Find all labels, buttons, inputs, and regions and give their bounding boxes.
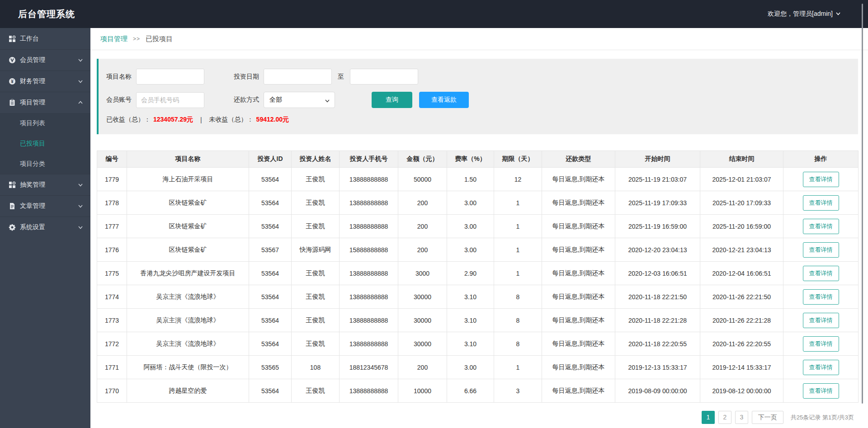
projects-submenu: 项目列表 已投项目 项目分类: [0, 113, 90, 174]
sidebar-item-projects[interactable]: 项目管理: [0, 92, 90, 113]
sidebar-item-lottery[interactable]: 抽奖管理: [0, 174, 90, 195]
table-cell: 阿丽塔：战斗天使（限投一次）: [127, 356, 249, 379]
table-cell: 30000: [398, 332, 447, 356]
repayment-method-select[interactable]: 全部: [264, 92, 335, 108]
breadcrumb-parent-link[interactable]: 项目管理: [100, 35, 127, 43]
sidebar-item-workbench[interactable]: 工作台: [0, 28, 90, 49]
earned-total-value: 1234057.29元: [153, 116, 193, 124]
view-detail-button[interactable]: 查看详情: [803, 336, 839, 352]
table-cell: 200: [398, 238, 447, 262]
table-cell: 1: [494, 215, 542, 238]
search-button[interactable]: 查询: [372, 92, 412, 108]
sidebar-item-label: 会员管理: [20, 56, 78, 64]
table-cell-action: 查看详情: [783, 191, 859, 215]
table-row: 1777区块链紫金矿53564王俊凯138888888882003.001每日返…: [97, 215, 859, 238]
table-cell: 30000: [398, 309, 447, 332]
member-account-input[interactable]: [136, 92, 204, 108]
table-row: 1778区块链紫金矿53564王俊凯138888888882003.001每日返…: [97, 191, 859, 215]
earnings-summary: 已收益（总）： 1234057.29元 | 未收益（总）： 59412.00元: [106, 116, 849, 124]
table-cell: 53564: [249, 332, 292, 356]
table-cell: 2020-11-18 22:20:55: [615, 332, 700, 356]
project-name-input[interactable]: [136, 69, 204, 85]
table-cell-action: 查看详情: [783, 168, 859, 191]
top-header: 后台管理系统 欢迎您，管理员[admin]: [0, 0, 868, 28]
table-cell: 1: [494, 262, 542, 285]
table-cell: 1775: [97, 262, 127, 285]
sidebar-item-members[interactable]: 会员管理: [0, 49, 90, 71]
view-detail-button[interactable]: 查看详情: [803, 266, 839, 281]
column-header: 费率（%）: [447, 151, 494, 168]
table-cell: 2.90: [447, 262, 494, 285]
invest-date-start-input[interactable]: [264, 69, 332, 85]
sidebar-subitem-invested-projects[interactable]: 已投项目: [0, 133, 90, 154]
table-cell: 每日返息,到期还本: [542, 309, 615, 332]
table-body: 1779海上石油开采项目53564王俊凯13888888888500001.50…: [97, 168, 859, 403]
sidebar-item-articles[interactable]: 文章管理: [0, 195, 90, 216]
column-header: 金额（元）: [398, 151, 447, 168]
sidebar-subitem-project-list[interactable]: 项目列表: [0, 113, 90, 133]
table-cell: 200: [398, 191, 447, 215]
chevron-down-icon: [78, 203, 83, 209]
table-cell: 吴京主演《流浪地球》: [127, 332, 249, 356]
chevron-down-icon: [325, 98, 330, 105]
page-button-3[interactable]: 3: [735, 411, 748, 424]
table-cell: 王俊凯: [292, 379, 340, 403]
view-detail-button[interactable]: 查看详情: [803, 242, 839, 258]
table-cell: 8: [494, 332, 542, 356]
grid-icon: [8, 35, 16, 42]
table-cell-action: 查看详情: [783, 215, 859, 238]
table-cell: 吴京主演《流浪地球》: [127, 309, 249, 332]
breadcrumb-current: 已投项目: [146, 35, 173, 43]
view-refund-button[interactable]: 查看返款: [419, 92, 469, 108]
view-detail-button[interactable]: 查看详情: [803, 313, 839, 328]
table-cell: 2020-12-03 16:06:51: [615, 262, 700, 285]
column-header: 投资人手机号: [340, 151, 398, 168]
table-cell: 每日返息,到期还本: [542, 238, 615, 262]
view-detail-button[interactable]: 查看详情: [803, 219, 839, 234]
table-cell: 50000: [398, 168, 447, 191]
table-cell: 跨越星空的爱: [127, 379, 249, 403]
vertical-scrollbar[interactable]: [862, 4, 863, 404]
table-cell: 13888888888: [340, 379, 398, 403]
view-detail-button[interactable]: 查看详情: [803, 172, 839, 187]
app-title: 后台管理系统: [18, 8, 75, 20]
table-cell: 3.00: [447, 238, 494, 262]
column-header: 操作: [783, 151, 859, 168]
sidebar-subitem-project-categories[interactable]: 项目分类: [0, 154, 90, 174]
table-header-row: 编号项目名称投资人ID投资人姓名投资人手机号金额（元）费率（%）期限（天）还款类…: [97, 151, 859, 168]
sidebar-item-settings[interactable]: 系统设置: [0, 216, 90, 238]
column-header: 还款类型: [542, 151, 615, 168]
table-row: 1772吴京主演《流浪地球》53564王俊凯13888888888300003.…: [97, 332, 859, 356]
next-page-button[interactable]: 下一页: [752, 411, 783, 424]
repayment-selected-value: 全部: [269, 96, 282, 104]
table-cell: 13888888888: [340, 332, 398, 356]
view-detail-button[interactable]: 查看详情: [803, 360, 839, 375]
view-detail-button[interactable]: 查看详情: [803, 195, 839, 211]
table-cell: 每日返息,到期还本: [542, 285, 615, 309]
table-row: 1775香港九龙尖沙咀房产建设开发项目53564王俊凯1388888888830…: [97, 262, 859, 285]
sidebar-item-finance[interactable]: ¥ 财务管理: [0, 71, 90, 92]
chevron-up-icon: [78, 100, 83, 105]
table-cell: 2025-11-19 16:59:00: [615, 215, 700, 238]
table-cell: 每日返息,到期还本: [542, 262, 615, 285]
repayment-method-label: 还款方式: [234, 96, 260, 104]
invest-date-end-input[interactable]: [350, 69, 418, 85]
view-detail-button[interactable]: 查看详情: [803, 289, 839, 305]
table-cell-action: 查看详情: [783, 238, 859, 262]
table-cell: 53564: [249, 379, 292, 403]
page-button-2[interactable]: 2: [718, 411, 731, 424]
user-menu[interactable]: 欢迎您，管理员[admin]: [768, 10, 841, 18]
table-cell: 8: [494, 309, 542, 332]
table-cell: 13888888888: [340, 262, 398, 285]
table-cell: 2025-11-19 17:09:33: [615, 191, 700, 215]
table-cell-action: 查看详情: [783, 262, 859, 285]
table-cell: 香港九龙尖沙咀房产建设开发项目: [127, 262, 249, 285]
chevron-down-icon: [78, 79, 83, 84]
table-cell: 2025-11-20 16:59:00: [700, 215, 783, 238]
breadcrumb-separator: >>: [133, 36, 140, 42]
table-cell: 1778: [97, 191, 127, 215]
table-cell: 王俊凯: [292, 168, 340, 191]
page-button-1[interactable]: 1: [702, 411, 715, 424]
table-cell: 3.10: [447, 309, 494, 332]
view-detail-button[interactable]: 查看详情: [803, 383, 839, 399]
